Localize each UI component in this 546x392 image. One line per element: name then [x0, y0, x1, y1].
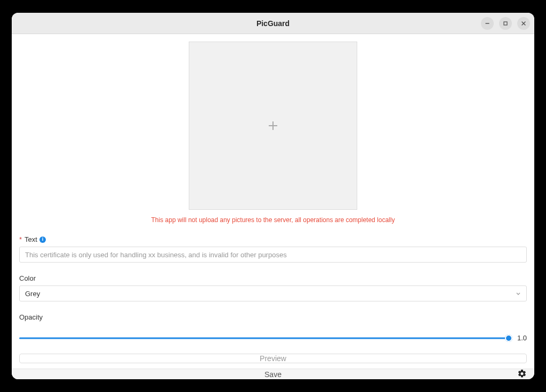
upload-region: This app will not upload any pictures to…	[19, 42, 527, 224]
text-label-text: Text	[25, 235, 37, 243]
window-controls	[481, 17, 530, 30]
required-mark: *	[19, 235, 22, 243]
save-button[interactable]: Save	[12, 370, 534, 379]
slider-thumb[interactable]	[505, 334, 512, 342]
titlebar: PicGuard	[12, 13, 534, 34]
text-field-label: *Text i	[19, 235, 527, 243]
slider-track	[19, 337, 509, 339]
minimize-button[interactable]	[481, 17, 494, 30]
opacity-slider[interactable]	[19, 334, 509, 342]
color-field: Color Grey	[19, 274, 527, 301]
opacity-label-text: Opacity	[19, 313, 43, 321]
settings-button[interactable]	[517, 369, 527, 379]
app-window: PicGuard This app will not upload any pi…	[12, 13, 534, 379]
chevron-down-icon	[516, 290, 521, 298]
color-field-label: Color	[19, 274, 527, 282]
window-title: PicGuard	[256, 19, 290, 28]
svg-rect-1	[504, 22, 507, 25]
color-select[interactable]: Grey	[19, 285, 527, 301]
close-button[interactable]	[517, 17, 530, 30]
opacity-field: Opacity 1.0	[19, 313, 527, 342]
opacity-slider-row: 1.0	[19, 324, 527, 342]
close-icon	[521, 21, 526, 26]
image-dropzone[interactable]	[189, 42, 357, 210]
preview-button[interactable]: Preview	[19, 354, 527, 363]
text-field: *Text i	[19, 235, 527, 263]
local-processing-notice: This app will not upload any pictures to…	[151, 216, 395, 224]
maximize-button[interactable]	[499, 17, 512, 30]
plus-icon	[267, 119, 279, 132]
opacity-value: 1.0	[514, 334, 527, 342]
color-select-value: Grey	[25, 290, 40, 298]
footer-bar: Save	[12, 369, 534, 379]
save-button-label: Save	[264, 370, 282, 379]
minimize-icon	[485, 21, 490, 26]
preview-button-label: Preview	[260, 354, 286, 363]
info-icon[interactable]: i	[39, 236, 46, 243]
color-label-text: Color	[19, 274, 36, 282]
watermark-text-input[interactable]	[19, 247, 527, 263]
gear-icon	[517, 369, 527, 378]
maximize-icon	[503, 21, 508, 26]
content-area: This app will not upload any pictures to…	[12, 34, 534, 379]
opacity-field-label: Opacity	[19, 313, 527, 321]
